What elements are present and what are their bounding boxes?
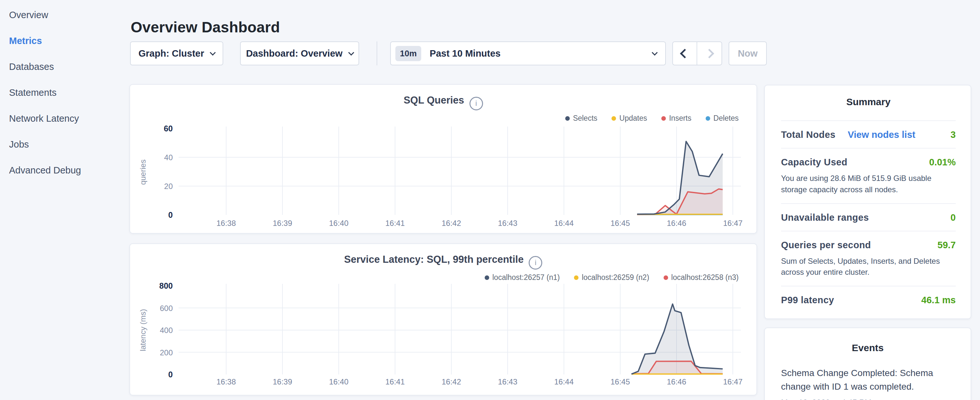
sidebar-item-databases[interactable]: Databases	[0, 54, 129, 80]
time-step-back-button[interactable]	[673, 42, 697, 65]
event-timestamp: May 13, 2020 at 4:45 PM	[781, 398, 955, 400]
summary-label: Total Nodes	[781, 129, 835, 140]
time-step-buttons	[672, 41, 722, 65]
time-range-label: Past 10 Minutes	[430, 48, 501, 59]
svg-text:200: 200	[160, 348, 173, 357]
chevron-down-icon	[210, 49, 215, 55]
sidebar-item-metrics[interactable]: Metrics	[0, 28, 129, 54]
summary-row-total-nodes: Total Nodes View nodes list 3	[781, 120, 956, 148]
summary-label: P99 latency	[781, 295, 834, 306]
svg-text:800: 800	[159, 281, 173, 290]
svg-text:400: 400	[160, 326, 173, 335]
sql-queries-chart-card: SQL Queriesi SelectsUpdatesInsertsDelete…	[129, 84, 757, 234]
time-range-badge: 10m	[395, 46, 421, 61]
time-range-dropdown[interactable]: 10m Past 10 Minutes	[390, 41, 666, 65]
sidebar-item-jobs[interactable]: Jobs	[0, 131, 129, 157]
dashboard-dropdown-label: Dashboard: Overview	[246, 48, 342, 59]
now-button-label: Now	[738, 48, 757, 59]
svg-text:0: 0	[168, 210, 173, 220]
svg-text:20: 20	[164, 182, 173, 191]
chevron-down-icon	[652, 49, 657, 55]
summary-row-capacity-used: Capacity Used 0.01% You are using 28.6 M…	[781, 148, 956, 203]
sidebar-item-advanced-debug[interactable]: Advanced Debug	[0, 157, 129, 183]
svg-text:0: 0	[168, 370, 173, 379]
summary-value: 0.01%	[929, 157, 956, 167]
summary-description: You are using 28.6 MiB of 515.9 GiB usab…	[781, 173, 956, 196]
svg-text:16:44: 16:44	[554, 377, 574, 386]
summary-value: 59.7	[938, 240, 956, 250]
svg-text:16:38: 16:38	[216, 377, 236, 386]
sidebar-item-network-latency[interactable]: Network Latency	[0, 105, 129, 131]
page-title: Overview Dashboard	[131, 18, 280, 36]
summary-row-unavailable-ranges: Unavailable ranges 0	[781, 203, 956, 231]
events-title: Events	[781, 343, 955, 354]
time-step-forward-button[interactable]	[697, 42, 721, 65]
svg-text:16:42: 16:42	[442, 219, 461, 228]
dashboard-dropdown[interactable]: Dashboard: Overview	[240, 41, 359, 65]
svg-text:16:45: 16:45	[611, 377, 630, 386]
svg-text:40: 40	[164, 153, 173, 162]
sql-queries-chart: 16:3816:3916:4016:4116:4216:4316:4416:45…	[130, 85, 756, 233]
svg-text:16:47: 16:47	[723, 377, 743, 386]
event-message: Schema Change Completed: Schema change w…	[781, 367, 940, 394]
svg-text:16:39: 16:39	[273, 219, 292, 228]
svg-text:16:46: 16:46	[667, 377, 686, 386]
svg-text:16:46: 16:46	[667, 219, 686, 228]
summary-label: Queries per second	[781, 240, 871, 250]
summary-panel: Summary Total Nodes View nodes list 3 Ca…	[764, 85, 971, 319]
summary-description: Sum of Selects, Updates, Inserts, and De…	[781, 256, 956, 278]
sidebar-item-overview[interactable]: Overview	[0, 2, 129, 28]
service-latency-chart: 16:3816:3916:4016:4116:4216:4316:4416:45…	[130, 244, 756, 395]
service-latency-chart-card: Service Latency: SQL, 99th percentilei l…	[129, 243, 757, 395]
svg-text:16:42: 16:42	[442, 377, 461, 386]
event-item[interactable]: Schema Change Completed: Schema change w…	[781, 367, 955, 400]
summary-title: Summary	[781, 96, 956, 107]
svg-text:16:43: 16:43	[498, 377, 517, 386]
svg-text:16:41: 16:41	[385, 219, 405, 228]
svg-text:16:39: 16:39	[273, 377, 292, 386]
svg-text:16:40: 16:40	[329, 219, 348, 228]
svg-text:16:41: 16:41	[385, 377, 405, 386]
graph-scope-dropdown[interactable]: Graph: Cluster	[130, 41, 223, 65]
chevron-left-icon	[680, 49, 690, 58]
sidebar: Overview Metrics Databases Statements Ne…	[0, 2, 129, 183]
summary-label: Unavailable ranges	[781, 212, 869, 223]
toolbar-divider	[377, 41, 377, 65]
svg-text:16:40: 16:40	[329, 377, 348, 386]
svg-text:16:38: 16:38	[216, 219, 236, 228]
summary-value: 46.1 ms	[921, 295, 956, 306]
summary-label: Capacity Used	[781, 157, 847, 167]
sidebar-item-statements[interactable]: Statements	[0, 80, 129, 105]
svg-text:queries: queries	[138, 159, 147, 185]
summary-row-queries-per-second: Queries per second 59.7 Sum of Selects, …	[781, 231, 956, 286]
svg-text:600: 600	[160, 304, 173, 312]
chevron-right-icon	[705, 49, 714, 58]
svg-text:16:44: 16:44	[554, 219, 574, 228]
svg-text:16:45: 16:45	[611, 219, 630, 228]
now-button[interactable]: Now	[729, 41, 767, 65]
view-nodes-list-link[interactable]: View nodes list	[848, 129, 915, 140]
svg-text:60: 60	[164, 124, 173, 133]
events-panel: Events Schema Change Completed: Schema c…	[764, 328, 971, 400]
svg-text:16:47: 16:47	[723, 219, 743, 228]
summary-value: 3	[951, 129, 956, 140]
graph-scope-dropdown-label: Graph: Cluster	[138, 48, 204, 59]
svg-text:latency (ms): latency (ms)	[138, 309, 147, 351]
chevron-down-icon	[348, 49, 354, 55]
summary-row-p99-latency: P99 latency 46.1 ms	[781, 286, 956, 313]
svg-text:16:43: 16:43	[498, 219, 517, 228]
page: { "sidebar": { "items": [ {"label": "Ove…	[0, 0, 980, 400]
summary-value: 0	[951, 212, 956, 223]
